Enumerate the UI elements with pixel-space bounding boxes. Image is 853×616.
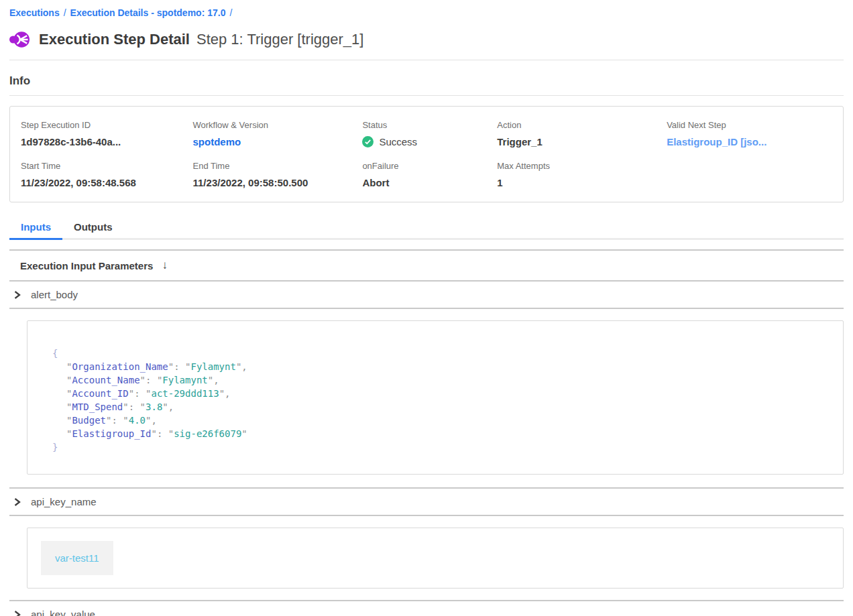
- param-name: alert_body: [31, 289, 78, 300]
- page-title: Execution Step Detail: [39, 31, 190, 48]
- field-label: Status: [362, 120, 497, 130]
- execution-step-detail-page: Executions/Execution Details - spotdemo:…: [0, 0, 853, 616]
- step-execution-id-value: 1d97828c-13b6-40a...: [21, 136, 193, 147]
- breadcrumb-separator: /: [64, 7, 66, 18]
- page-subtitle: Step 1: Trigger [trigger_1]: [196, 31, 363, 48]
- field-valid-next-step: Valid Next Step Elastigroup_ID [jso...: [667, 120, 832, 147]
- section-divider: [9, 515, 844, 516]
- field-step-execution-id: Step Execution ID 1d97828c-13b6-40a...: [21, 120, 193, 147]
- field-label: End Time: [193, 161, 363, 171]
- chevron-right-icon: [13, 497, 21, 507]
- end-time-value: 11/23/2022, 09:58:50.500: [193, 177, 363, 188]
- execution-input-parameters-header: Execution Input Parameters ↓: [9, 251, 844, 280]
- field-status: Status Success: [362, 120, 497, 147]
- field-label: Step Execution ID: [21, 120, 193, 130]
- start-time-value: 11/23/2022, 09:58:48.568: [21, 177, 193, 188]
- valid-next-step-link[interactable]: Elastigroup_ID [jso...: [667, 136, 832, 147]
- info-grid: Step Execution ID 1d97828c-13b6-40a... W…: [21, 120, 832, 188]
- section-title: Execution Input Parameters: [20, 260, 153, 271]
- arrow-down-icon[interactable]: ↓: [162, 259, 168, 272]
- status-badge: Success: [362, 136, 497, 147]
- info-card: Step Execution ID 1d97828c-13b6-40a... W…: [9, 106, 844, 202]
- field-max-attempts: Max Attempts 1: [497, 161, 667, 188]
- field-end-time: End Time 11/23/2022, 09:58:50.500: [193, 161, 363, 188]
- chevron-right-icon: [13, 290, 21, 300]
- chevron-right-icon: [13, 610, 21, 616]
- info-heading: Info: [9, 74, 844, 88]
- workflow-link[interactable]: spotdemo: [193, 136, 363, 147]
- action-value: Trigger_1: [497, 136, 667, 147]
- field-label: Valid Next Step: [667, 120, 832, 130]
- tab-inputs[interactable]: Inputs: [9, 215, 62, 240]
- field-start-time: Start Time 11/23/2022, 09:58:48.568: [21, 161, 193, 188]
- alert-body-value-container: {"Organization_Name": "Fylamynt","Accoun…: [27, 320, 844, 475]
- param-name: api_key_name: [31, 496, 97, 507]
- field-label: Workflow & Version: [193, 120, 363, 130]
- info-heading-divider: [9, 95, 844, 96]
- fylamynt-logo-icon: [9, 29, 30, 50]
- breadcrumb-link-executions[interactable]: Executions: [9, 7, 60, 18]
- max-attempts-value: 1: [497, 177, 667, 188]
- api-key-name-value-container: var-test11: [27, 528, 844, 589]
- breadcrumb-link-execution-details[interactable]: Execution Details - spotdemo: 17.0: [70, 7, 226, 18]
- param-row-api-key-value[interactable]: api_key_value: [9, 601, 844, 616]
- field-label: onFailure: [362, 161, 497, 171]
- section-divider: [9, 308, 844, 309]
- on-failure-value: Abort: [362, 177, 497, 188]
- title-row: Execution Step Detail Step 1: Trigger [t…: [9, 29, 844, 50]
- status-text: Success: [379, 136, 417, 147]
- field-label: Start Time: [21, 161, 193, 171]
- param-row-alert-body[interactable]: alert_body: [9, 282, 844, 308]
- tab-outputs[interactable]: Outputs: [62, 215, 124, 240]
- title-divider: [9, 60, 844, 60]
- field-action: Action Trigger_1: [497, 120, 667, 147]
- param-name: api_key_value: [31, 609, 95, 616]
- field-workflow-version: Workflow & Version spotdemo: [193, 120, 363, 147]
- field-label: Action: [497, 120, 667, 130]
- alert-body-json: {"Organization_Name": "Fylamynt","Accoun…: [52, 347, 830, 454]
- tab-bar: Inputs Outputs: [9, 215, 844, 240]
- success-check-icon: [362, 136, 374, 147]
- api-key-name-value: var-test11: [41, 541, 113, 575]
- breadcrumb-separator: /: [229, 7, 232, 18]
- field-label: Max Attempts: [497, 161, 667, 171]
- field-on-failure: onFailure Abort: [362, 161, 497, 188]
- param-row-api-key-name[interactable]: api_key_name: [9, 489, 844, 515]
- field-empty: [667, 161, 832, 188]
- breadcrumb: Executions/Execution Details - spotdemo:…: [9, 0, 844, 18]
